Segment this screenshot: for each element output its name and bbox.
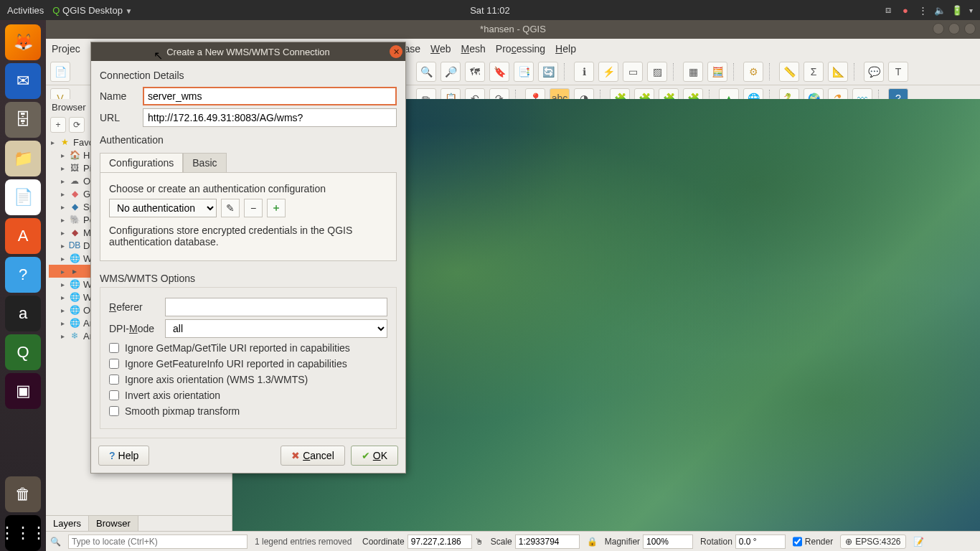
smooth-pixmap-checkbox[interactable]: [109, 406, 119, 416]
launcher-writer[interactable]: 📄: [5, 179, 41, 215]
help-button[interactable]: ?Help: [98, 446, 149, 466]
new-project-icon[interactable]: 📄: [50, 62, 70, 82]
dialog-close-button[interactable]: ✕: [390, 45, 402, 58]
launcher-apps-grid[interactable]: ⋮⋮⋮: [5, 515, 41, 551]
tab-basic[interactable]: Basic: [183, 153, 226, 172]
auth-config-select[interactable]: No authentication: [109, 199, 217, 217]
auth-add-button[interactable]: ＋: [267, 199, 286, 217]
ruler-icon[interactable]: 📐: [828, 62, 848, 82]
menu-project[interactable]: Projec: [52, 43, 80, 55]
crs-text: EPSG:4326: [855, 537, 900, 547]
connection-details-label: Connection Details: [100, 67, 397, 84]
new-map-icon[interactable]: 🗺: [465, 62, 485, 82]
action-icon[interactable]: ⚡: [598, 62, 618, 82]
lock-icon[interactable]: 🔒: [587, 537, 598, 547]
bookmark-show-icon[interactable]: 📑: [514, 62, 534, 82]
coordinate-input[interactable]: [407, 534, 472, 549]
wifi-icon[interactable]: ⋮: [918, 5, 928, 15]
crs-button[interactable]: ⊕ EPSG:4326: [840, 534, 905, 549]
measure-icon[interactable]: 📏: [779, 62, 799, 82]
dialog-titlebar[interactable]: Create a New WMS/WMTS Connection ✕: [91, 42, 405, 61]
zoom-layer-icon[interactable]: 🔎: [440, 62, 461, 82]
launcher-software[interactable]: A: [5, 218, 41, 254]
launcher-terminal[interactable]: ▣: [5, 373, 41, 409]
window-maximize-button[interactable]: [948, 23, 960, 34]
launcher-nautilus[interactable]: 📁: [5, 141, 41, 176]
launcher-help[interactable]: ?: [5, 257, 41, 293]
activities-button[interactable]: Activities: [7, 5, 44, 16]
menu-processing[interactable]: Processing: [496, 43, 545, 55]
launcher-amazon[interactable]: a: [5, 296, 41, 331]
mouse-icon[interactable]: 🖱: [475, 537, 484, 547]
menu-mesh[interactable]: Mesh: [461, 43, 486, 55]
field-calc-icon[interactable]: 🧮: [707, 62, 727, 82]
launcher-firefox[interactable]: 🦊: [5, 24, 41, 60]
search-icon: 🔍: [50, 537, 61, 547]
locator-input[interactable]: [68, 534, 248, 549]
zoom-extent-icon[interactable]: 🔍: [416, 62, 436, 82]
menu-web[interactable]: Web: [430, 43, 451, 55]
volume-icon[interactable]: 🔈: [935, 5, 945, 15]
ignore-axis-label: Ignore axis orientation (WMS 1.3/WMTS): [125, 374, 308, 385]
launcher-dock: 🦊 ✉ 🗄 📁 📄 A ? a Q ▣ 🗑 ⋮⋮⋮: [0, 20, 46, 551]
name-input[interactable]: [143, 87, 397, 105]
render-checkbox[interactable]: [793, 534, 802, 549]
power-menu-icon[interactable]: ▾: [969, 6, 973, 14]
window-close-button[interactable]: [964, 23, 976, 34]
dpi-mode-select[interactable]: all: [165, 319, 387, 338]
add-layer-icon[interactable]: +: [50, 117, 66, 133]
identify-icon[interactable]: ℹ: [574, 62, 594, 82]
auth-edit-button[interactable]: ✎: [221, 199, 240, 217]
authentication-label: Authentication: [100, 131, 397, 149]
messages-icon[interactable]: 📝: [913, 537, 924, 547]
tab-configurations[interactable]: Configurations: [100, 153, 183, 172]
auth-prompt: Choose or create an authentication confi…: [109, 183, 387, 194]
scale-input[interactable]: [515, 534, 580, 549]
launcher-files[interactable]: 🗄: [5, 102, 41, 138]
refresh-tree-icon[interactable]: ⟳: [69, 117, 85, 133]
text-annotation-icon[interactable]: T: [888, 62, 908, 82]
maptip-icon[interactable]: 💬: [864, 62, 884, 82]
ignore-axis-checkbox[interactable]: [109, 375, 119, 385]
stats-icon[interactable]: Σ: [804, 62, 824, 82]
launcher-thunderbird[interactable]: ✉: [5, 63, 41, 99]
ignore-getmap-checkbox[interactable]: [109, 343, 119, 353]
select-icon[interactable]: ▭: [623, 62, 643, 82]
appmenu-button[interactable]: Q QGIS Desktop ▼: [52, 5, 132, 16]
deselect-icon[interactable]: ▨: [647, 62, 667, 82]
rotation-input[interactable]: [735, 534, 786, 549]
system-top-bar: Activities Q QGIS Desktop ▼ Sat 11:02 ⧈ …: [0, 0, 980, 20]
ignore-getfeatureinfo-checkbox[interactable]: [109, 359, 119, 369]
scale-label: Scale: [491, 537, 512, 547]
tab-layers[interactable]: Layers: [46, 516, 89, 531]
magnifier-input[interactable]: [643, 534, 693, 549]
window-minimize-button[interactable]: [933, 23, 944, 34]
url-label: URL: [100, 112, 136, 123]
referer-label: Referer: [109, 301, 159, 313]
referer-input[interactable]: [165, 298, 387, 316]
ignore-getmap-label: Ignore GetMap/GetTile URI reported in ca…: [125, 342, 350, 354]
battery-icon[interactable]: 🔋: [952, 5, 962, 15]
rotation-label: Rotation: [700, 537, 732, 547]
launcher-trash[interactable]: 🗑: [5, 476, 41, 512]
table-icon[interactable]: ▦: [683, 62, 703, 82]
cancel-button[interactable]: ✖Cancel: [281, 446, 345, 466]
magnifier-label: Magnifier: [605, 537, 640, 547]
menu-help[interactable]: Help: [555, 43, 576, 55]
auth-remove-button[interactable]: −: [244, 199, 263, 217]
invert-axis-label: Invert axis orientation: [125, 390, 220, 401]
dropbox-icon[interactable]: ⧈: [883, 5, 893, 15]
toolbox-icon[interactable]: ⚙: [743, 62, 763, 82]
invert-axis-checkbox[interactable]: [109, 390, 119, 400]
ignore-getfeatureinfo-label: Ignore GetFeatureInfo URI reported in ca…: [125, 358, 347, 369]
launcher-qgis[interactable]: Q: [5, 334, 41, 370]
coordinate-label: Coordinate: [362, 537, 405, 547]
name-label: Name: [100, 90, 136, 102]
refresh-icon[interactable]: 🔄: [538, 62, 558, 82]
clock[interactable]: Sat 11:02: [470, 5, 510, 16]
bookmark-icon[interactable]: 🔖: [489, 62, 509, 82]
ok-button[interactable]: ✔OK: [351, 446, 398, 466]
url-input[interactable]: [143, 108, 397, 127]
tab-browser[interactable]: Browser: [89, 516, 138, 531]
window-titlebar: *hansen - QGIS: [46, 20, 980, 39]
